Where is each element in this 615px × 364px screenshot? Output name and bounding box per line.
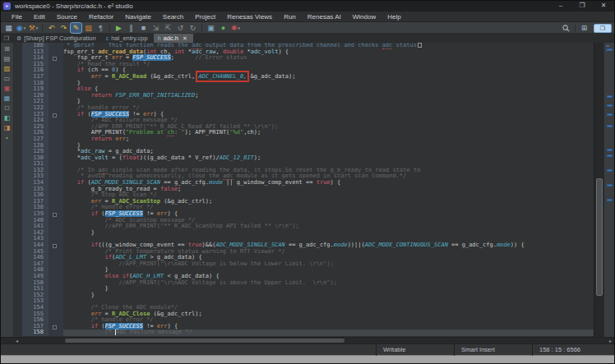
fold-column[interactable] <box>49 67 63 74</box>
folder-view-icon[interactable]: ▨ <box>4 65 11 72</box>
new-connection-icon[interactable]: ▣ <box>206 23 216 33</box>
marker-column[interactable] <box>14 136 22 143</box>
horizontal-scrollbar[interactable]: ◂ ▸ <box>1 337 614 343</box>
redo-icon[interactable]: ↷ <box>58 23 69 33</box>
marker-column[interactable] <box>14 86 22 93</box>
fold-column[interactable] <box>49 305 63 311</box>
fold-column[interactable] <box>49 86 63 93</box>
fold-column[interactable] <box>49 93 63 99</box>
code-line[interactable]: 141 //APP_ERR_PRINT("** R_ADC_ScanStop A… <box>14 223 594 230</box>
step-return-icon[interactable]: ↺ <box>175 23 186 33</box>
ruler-occurrence-mark[interactable] <box>607 169 613 172</box>
scroll-right-arrow-icon[interactable]: ▸ <box>609 338 612 344</box>
marker-column[interactable] <box>14 280 22 287</box>
code-text[interactable]: } <box>63 293 594 299</box>
ruler-occurrence-mark[interactable] <box>607 149 613 151</box>
mark-occurrences-icon[interactable]: ¶ <box>95 23 106 33</box>
overview-ruler[interactable]: ▪▪▪ <box>603 43 614 337</box>
code-text[interactable]: /* ADC Failure message */ <box>63 329 594 336</box>
fold-column[interactable] <box>49 230 63 237</box>
edit-highlight-icon[interactable]: ✎ <box>71 23 81 33</box>
code-line[interactable]: 117 err = R_ADC_Read (&g_adc_ctrl, ADC_C… <box>14 74 594 81</box>
smart-browser-icon[interactable]: • <box>6 134 8 141</box>
fold-column[interactable] <box>49 280 63 287</box>
fold-column[interactable] <box>49 242 63 249</box>
marker-column[interactable] <box>14 155 22 162</box>
fold-column[interactable] <box>49 117 63 124</box>
problems-view-icon[interactable]: ▣ <box>4 85 11 92</box>
marker-column[interactable] <box>14 62 22 68</box>
code-line[interactable]: 158 /* ADC Failure message */ <box>14 329 594 336</box>
marker-column[interactable] <box>14 187 22 193</box>
menu-item-renesas-ai[interactable]: Renesas AI <box>302 12 347 22</box>
step-into-icon[interactable]: ⇲ <box>150 23 161 33</box>
minimize-button[interactable]: – <box>550 1 571 12</box>
code-line[interactable]: 130 *adc_volt = (float)((g_adc_data * V_… <box>14 155 594 162</box>
outline-view-icon[interactable]: □ <box>5 104 9 112</box>
vertical-scrollbar-thumb[interactable] <box>596 178 603 296</box>
fold-column[interactable] <box>49 168 63 174</box>
tab-close-icon[interactable]: ✕ <box>183 35 187 42</box>
ruler-occurrence-mark[interactable] <box>607 125 613 127</box>
marker-column[interactable] <box>14 192 22 199</box>
open-perspective-icon[interactable]: ⊞ <box>579 23 590 33</box>
fold-column[interactable] <box>49 99 63 105</box>
fold-column[interactable] <box>49 192 63 199</box>
menu-item-search[interactable]: Search <box>157 12 189 22</box>
scroll-left-arrow-icon[interactable]: ◂ <box>16 338 18 344</box>
ruler-occurrence-mark[interactable] <box>607 184 613 187</box>
marker-column[interactable] <box>14 324 22 330</box>
close-button[interactable]: ✕ <box>593 1 614 12</box>
marker-column[interactable] <box>14 267 22 274</box>
menu-item-help[interactable]: Help <box>381 12 406 22</box>
marker-column[interactable] <box>14 236 22 242</box>
fold-column[interactable] <box>49 124 63 131</box>
search-icon[interactable] <box>561 23 571 33</box>
marker-column[interactable] <box>14 211 22 218</box>
menu-item-file[interactable]: File <box>6 12 28 22</box>
variables-view-icon[interactable]: ◧ <box>4 114 11 122</box>
marker-column[interactable] <box>14 93 22 99</box>
fold-column[interactable] <box>49 218 63 224</box>
fold-column[interactable] <box>49 187 63 193</box>
fold-column[interactable] <box>49 55 63 62</box>
fold-column[interactable] <box>49 130 63 136</box>
breakpoint-icon[interactable]: ● <box>218 23 229 33</box>
maximize-button[interactable]: ❐ <box>571 1 593 12</box>
fold-column[interactable] <box>49 105 63 112</box>
dropdown-caret-icon[interactable]: ▾ <box>36 23 39 33</box>
build-icon[interactable]: ⚒▾ <box>28 23 39 33</box>
console-view-icon[interactable]: ▭ <box>4 75 11 82</box>
fold-column[interactable] <box>49 74 63 81</box>
code-line[interactable]: 151 } <box>14 286 594 293</box>
dropdown-caret-icon[interactable]: ▾ <box>24 23 26 33</box>
code-text[interactable]: return err; <box>63 136 594 143</box>
ruler-occurrence-mark[interactable] <box>607 104 613 107</box>
code-text[interactable]: /* Read the result */ <box>63 62 594 68</box>
debug-config-icon[interactable]: ◉▾ <box>16 23 26 33</box>
ruler-occurrence-mark[interactable] <box>607 95 613 98</box>
marker-column[interactable] <box>14 249 22 256</box>
fold-column[interactable] <box>49 43 63 49</box>
marker-column[interactable] <box>14 74 22 81</box>
restore-panel-icon[interactable]: ❐ <box>1 34 12 43</box>
marker-column[interactable] <box>14 143 22 150</box>
fold-column[interactable] <box>49 298 63 305</box>
marker-column[interactable] <box>14 293 22 299</box>
fold-column[interactable] <box>49 149 63 155</box>
marker-column[interactable] <box>14 230 22 237</box>
menu-item-project[interactable]: Project <box>189 12 221 22</box>
fold-column[interactable] <box>49 112 63 118</box>
dropdown-caret-icon[interactable]: ▾ <box>238 23 241 33</box>
code-editor[interactable]: 108 * @brief This function reads the adc… <box>14 43 594 337</box>
collapsed-fold-icon[interactable] <box>418 43 422 48</box>
fold-column[interactable] <box>49 161 63 168</box>
profile-icon[interactable]: ✱▾ <box>230 23 241 33</box>
fold-column[interactable] <box>49 223 63 230</box>
fold-column[interactable] <box>49 49 63 56</box>
code-text[interactable]: //APP_ERR_PRINT("** R_ADC_ScanStop API f… <box>63 223 594 230</box>
marker-column[interactable] <box>14 180 22 187</box>
fold-column[interactable] <box>49 317 63 324</box>
fold-column[interactable] <box>49 155 63 162</box>
code-text[interactable]: } <box>63 286 594 293</box>
